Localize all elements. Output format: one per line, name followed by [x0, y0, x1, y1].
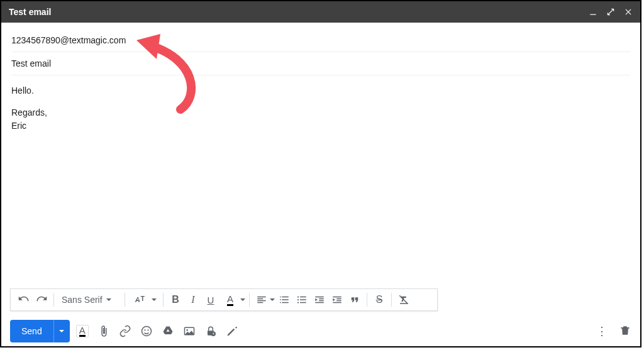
- insert-link-icon[interactable]: [119, 325, 131, 337]
- font-family-label: Sans Serif: [62, 295, 103, 305]
- popout-icon[interactable]: [606, 8, 615, 16]
- svg-point-8: [144, 329, 145, 331]
- chevron-down-icon: [59, 330, 64, 332]
- unordered-list-button[interactable]: [294, 291, 310, 309]
- formatting-toggle-button[interactable]: A: [76, 325, 89, 337]
- insert-drive-icon[interactable]: [162, 325, 174, 337]
- insert-signature-icon[interactable]: [226, 325, 238, 337]
- compose-header: Test email: [1, 1, 640, 23]
- chevron-down-icon: [240, 298, 245, 301]
- compose-title: Test email: [9, 7, 589, 17]
- italic-button[interactable]: I: [185, 291, 201, 309]
- bold-button[interactable]: B: [167, 291, 184, 309]
- indent-more-button[interactable]: [329, 291, 345, 309]
- attach-file-icon[interactable]: [97, 325, 110, 337]
- more-options-icon[interactable]: ⋮: [596, 324, 608, 338]
- align-button[interactable]: [253, 291, 270, 309]
- font-family-select[interactable]: Sans Serif: [58, 295, 121, 305]
- svg-rect-0: [590, 14, 596, 15]
- font-size-button[interactable]: T: [129, 291, 150, 309]
- indent-less-button[interactable]: [311, 291, 328, 309]
- chevron-down-icon: [270, 298, 275, 301]
- formatting-toolbar: Sans Serif T B I U A: [10, 288, 438, 311]
- svg-point-11: [186, 329, 188, 331]
- body-greeting: Hello.: [11, 84, 630, 97]
- undo-button[interactable]: [16, 291, 32, 309]
- compose-window: Test email 1234567890@textmagic.com Test…: [0, 0, 641, 347]
- send-options-button[interactable]: [53, 320, 70, 342]
- quote-button[interactable]: [347, 291, 363, 309]
- discard-draft-icon[interactable]: [619, 324, 631, 339]
- close-icon[interactable]: [624, 8, 633, 16]
- text-color-button[interactable]: A: [220, 291, 240, 309]
- subject-field[interactable]: Test email: [11, 52, 630, 75]
- body-signature: Regards, Eric: [11, 106, 630, 133]
- ordered-list-button[interactable]: [276, 291, 292, 309]
- svg-point-7: [142, 327, 151, 336]
- remove-formatting-button[interactable]: [396, 291, 412, 309]
- svg-point-9: [147, 329, 148, 331]
- svg-text:T: T: [141, 295, 145, 302]
- to-field[interactable]: 1234567890@textmagic.com: [11, 29, 630, 52]
- svg-point-5: [297, 302, 299, 303]
- confidential-mode-icon[interactable]: [204, 325, 217, 337]
- svg-point-4: [297, 299, 299, 300]
- message-body[interactable]: Hello. Regards, Eric: [1, 75, 640, 288]
- compose-action-bar: Send A: [1, 316, 640, 346]
- chevron-down-icon: [106, 298, 111, 301]
- send-button[interactable]: Send: [10, 320, 53, 342]
- chevron-down-icon: [152, 298, 157, 301]
- header-fields: 1234567890@textmagic.com Test email: [1, 23, 640, 75]
- insert-photo-icon[interactable]: [183, 325, 196, 337]
- underline-button[interactable]: U: [203, 291, 219, 309]
- redo-button[interactable]: [33, 291, 50, 309]
- minimize-icon[interactable]: [589, 8, 597, 16]
- svg-point-3: [297, 296, 299, 297]
- insert-emoji-icon[interactable]: [140, 325, 153, 337]
- strikethrough-button[interactable]: S: [371, 291, 387, 309]
